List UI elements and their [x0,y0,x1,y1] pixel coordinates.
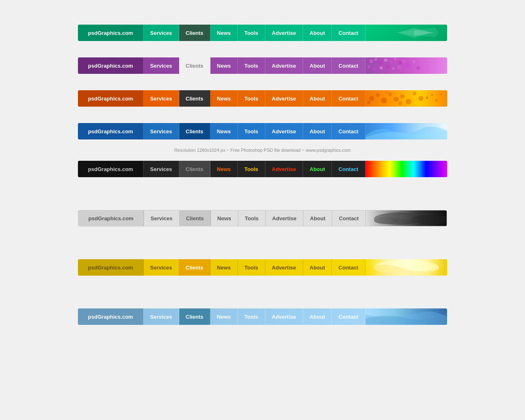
nav-tools-7[interactable]: Tools [238,259,265,276]
svg-point-35 [374,217,399,224]
nav-advertise-4[interactable]: Advertise [265,123,303,139]
navbar-1: psdGraphics.com Services Clients News To… [78,25,447,41]
brand-3[interactable]: psdGraphics.com [78,90,144,107]
brand-6[interactable]: psdGraphics.com [78,210,144,226]
svg-text:★: ★ [430,93,434,97]
nav6-grunge-icon [366,210,447,226]
nav-about-4[interactable]: About [303,123,332,139]
nav-services-4[interactable]: Services [144,123,179,139]
nav-advertise-3[interactable]: Advertise [265,90,303,107]
nav-tools-8[interactable]: Tools [238,308,265,325]
nav-contact-7[interactable]: Contact [332,259,365,276]
nav-contact-1[interactable]: Contact [332,25,365,41]
nav-advertise-6[interactable]: Advertise [266,210,304,226]
nav-clients-2[interactable]: Clients [179,57,210,74]
nav-wrapper-6: psdGraphics.com Services Clients News To… [78,210,447,226]
svg-rect-8 [373,68,376,71]
nav-spacer-5 [365,161,447,177]
nav-about-5[interactable]: About [303,161,332,177]
svg-text:★: ★ [425,95,429,100]
nav-advertise-2[interactable]: Advertise [265,57,303,74]
nav-about-6[interactable]: About [304,210,333,226]
svg-point-17 [369,96,374,101]
nav-services-7[interactable]: Services [144,259,179,276]
nav-tools-6[interactable]: Tools [238,210,266,226]
svg-rect-7 [368,66,370,68]
brand-5[interactable]: psdGraphics.com [78,161,144,177]
svg-rect-11 [392,67,395,70]
nav-clients-1[interactable]: Clients [179,25,210,41]
nav-news-8[interactable]: News [210,308,238,325]
nav-contact-4[interactable]: Contact [332,123,365,139]
svg-point-19 [381,98,387,103]
svg-point-21 [394,97,399,102]
navbar-5: psdGraphics.com Services Clients News To… [78,161,447,177]
resolution-text: Resolution 525x420 px ~ Free Photoshop… [174,148,351,153]
brand-8[interactable]: psdGraphics.com [78,308,144,325]
nav-about-7[interactable]: About [303,259,332,276]
brand-2[interactable]: psdGraphics.com [78,57,144,74]
nav-wrapper-3: psdGraphics.com Services Clients News To… [78,90,447,107]
nav-about-2[interactable]: About [303,57,332,74]
svg-point-23 [406,99,411,105]
svg-point-20 [388,93,392,96]
nav-advertise-1[interactable]: Advertise [265,25,303,41]
svg-rect-3 [384,59,387,62]
nav-advertise-8[interactable]: Advertise [265,308,303,325]
nav-clients-4[interactable]: Clients [179,123,210,139]
nav-wrapper-2: psdGraphics.com Services Clients News To… [78,57,447,74]
nav-about-8[interactable]: About [303,308,332,325]
nav-clients-5[interactable]: Clients [179,161,210,177]
svg-point-28 [398,101,402,105]
nav-contact-3[interactable]: Contact [332,90,365,107]
nav-tools-3[interactable]: Tools [238,90,265,107]
nav-about-3[interactable]: About [303,90,332,107]
nav-wrapper-5: psdGraphics.com Services Clients News To… [78,161,447,177]
svg-rect-2 [379,61,383,65]
nav-spacer-4 [365,123,447,139]
nav-clients-3[interactable]: Clients [179,90,210,107]
svg-rect-4 [389,60,393,64]
svg-rect-14 [406,64,411,68]
nav-clients-8[interactable]: Clients [179,308,210,325]
nav-news-6[interactable]: News [211,210,238,226]
brand-4[interactable]: psdGraphics.com [78,123,144,139]
nav-services-6[interactable]: Services [144,210,180,226]
nav-news-4[interactable]: News [210,123,238,139]
nav-news-7[interactable]: News [210,259,238,276]
nav2-decoration-icon [365,57,447,74]
navbar-2: psdGraphics.com Services Clients News To… [78,57,447,74]
brand-7[interactable]: psdGraphics.com [78,259,144,276]
brand-1[interactable]: psdGraphics.com [78,25,144,41]
nav-spacer-8 [365,308,447,325]
nav-tools-1[interactable]: Tools [238,25,265,41]
nav-clients-6[interactable]: Clients [180,210,211,226]
nav-clients-7[interactable]: Clients [179,259,210,276]
nav-tools-5[interactable]: Tools [238,161,265,177]
svg-rect-5 [394,58,396,60]
nav-contact-8[interactable]: Contact [332,308,365,325]
nav-about-1[interactable]: About [303,25,332,41]
svg-text:★: ★ [439,92,443,96]
nav-advertise-5[interactable]: Advertise [265,161,303,177]
nav-advertise-7[interactable]: Advertise [265,259,303,276]
nav-news-1[interactable]: News [210,25,238,41]
nav-contact-5[interactable]: Contact [332,161,365,177]
nav-news-2[interactable]: News [210,57,238,74]
nav-services-2[interactable]: Services [144,57,179,74]
navbar-6: psdGraphics.com Services Clients News To… [78,210,447,226]
nav-services-5[interactable]: Services [144,161,179,177]
nav-services-3[interactable]: Services [144,90,179,107]
nav-tools-2[interactable]: Tools [238,57,265,74]
nav-contact-2[interactable]: Contact [332,57,365,74]
nav-services-1[interactable]: Services [144,25,179,41]
svg-text:★: ★ [434,98,438,103]
nav-tools-4[interactable]: Tools [238,123,265,139]
svg-point-26 [367,101,370,104]
nav-news-5[interactable]: News [210,161,238,177]
nav-services-8[interactable]: Services [144,308,179,325]
navbar-8: psdGraphics.com Services Clients News To… [78,308,447,325]
nav3-decoration-icon: ★ ★ ★ ★ [365,90,447,107]
nav-news-3[interactable]: News [210,90,238,107]
nav-contact-6[interactable]: Contact [332,210,365,226]
